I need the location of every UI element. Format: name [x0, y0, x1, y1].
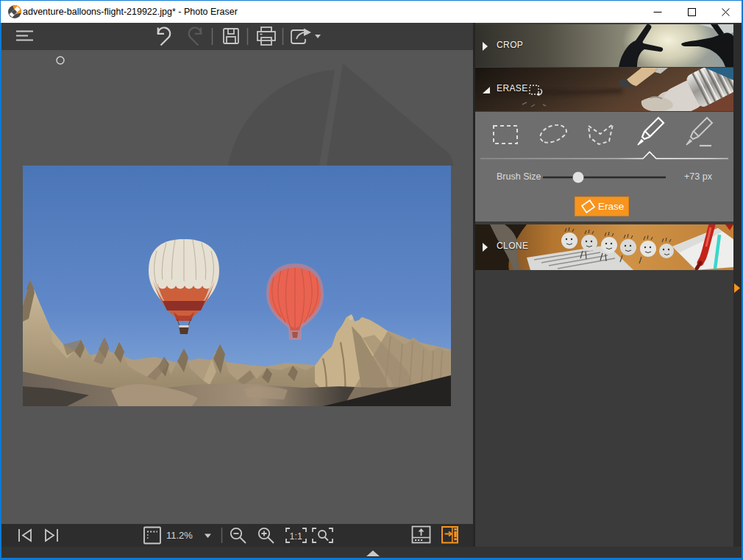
svg-text:11.2%: 11.2%	[166, 530, 193, 541]
svg-text:1:1: 1:1	[290, 531, 302, 542]
